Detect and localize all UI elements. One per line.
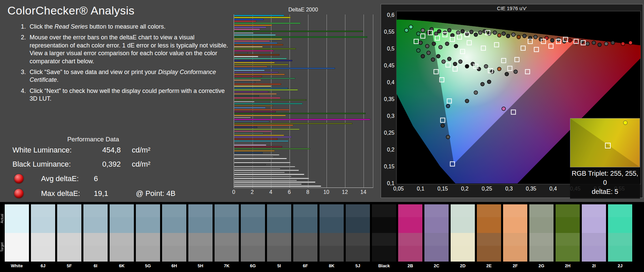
deltae-bar[interactable] xyxy=(234,162,291,163)
deltae-bar[interactable] xyxy=(234,38,282,40)
deltae-bar[interactable] xyxy=(234,95,259,97)
deltae-bar[interactable] xyxy=(234,117,251,118)
deltae-x-axis: 02468101214 xyxy=(234,189,373,196)
deltae-bar[interactable] xyxy=(234,107,266,108)
deltae-bar[interactable] xyxy=(234,36,367,38)
deltae-bar[interactable] xyxy=(234,89,298,91)
deltae-bar[interactable] xyxy=(234,70,265,71)
deltae-bar[interactable] xyxy=(234,172,285,173)
deltae-bar[interactable] xyxy=(234,79,261,81)
deltae-bar[interactable] xyxy=(234,158,287,159)
deltae-bar[interactable] xyxy=(234,74,285,75)
deltae-bar[interactable] xyxy=(234,121,269,122)
deltae-bar[interactable] xyxy=(234,68,335,69)
deltae-bar[interactable] xyxy=(234,32,254,34)
deltae-bar[interactable] xyxy=(234,25,272,26)
deltae-bar[interactable] xyxy=(234,21,256,22)
deltae-bar[interactable] xyxy=(234,103,303,104)
deltae-bar[interactable] xyxy=(234,64,289,65)
deltae-bar[interactable] xyxy=(234,183,302,185)
deltae-bar[interactable] xyxy=(234,66,267,67)
deltae-bar[interactable] xyxy=(234,146,282,147)
patch-label: 6F xyxy=(293,263,317,268)
deltae-bar[interactable] xyxy=(234,131,272,132)
deltae-bar[interactable] xyxy=(234,109,290,110)
patch-label: 6G xyxy=(241,263,265,268)
comparator-column: 2G xyxy=(529,204,554,268)
deltae-bar[interactable] xyxy=(234,76,262,77)
deltae-bar[interactable] xyxy=(234,40,270,42)
deltae-bar[interactable] xyxy=(234,113,366,114)
deltae-bar[interactable] xyxy=(234,152,263,154)
cie-y-tick-label: 0,4 xyxy=(382,79,394,86)
deltae-bar[interactable] xyxy=(234,170,299,171)
deltae-bar[interactable] xyxy=(234,176,292,177)
target-patch xyxy=(556,233,580,262)
deltae-bar[interactable] xyxy=(234,60,292,61)
deltae-bar[interactable] xyxy=(234,58,287,59)
deltae-bar[interactable] xyxy=(234,136,292,138)
deltae-bar[interactable] xyxy=(234,148,310,149)
deltae-bar[interactable] xyxy=(234,97,280,99)
deltae-bar[interactable] xyxy=(234,23,301,24)
deltae-bar[interactable] xyxy=(234,15,284,16)
deltae-bar[interactable] xyxy=(234,140,289,142)
delta-rows: Avg deltaE:6Max deltaE:19,1@ Point: 4B xyxy=(7,171,216,201)
deltae-bar[interactable] xyxy=(234,166,295,167)
deltae-bar[interactable] xyxy=(234,101,255,102)
deltae-bar[interactable] xyxy=(234,27,266,28)
deltae-bar[interactable] xyxy=(234,142,253,144)
actual-patch xyxy=(319,204,344,233)
deltae-bar[interactable] xyxy=(234,93,277,95)
deltae-bar[interactable] xyxy=(234,62,275,63)
deltae-bar[interactable] xyxy=(234,154,279,156)
deltae-bar[interactable] xyxy=(234,88,288,89)
comparator-column: 2I xyxy=(582,204,606,268)
deltae-bar[interactable] xyxy=(234,115,286,116)
deltae-bar[interactable] xyxy=(234,156,274,158)
deltae-bar[interactable] xyxy=(234,72,278,73)
deltae-bar[interactable] xyxy=(234,174,304,175)
deltae-bar[interactable] xyxy=(234,78,295,79)
deltae-bar[interactable] xyxy=(234,34,276,36)
deltae-bar[interactable] xyxy=(234,46,263,47)
deltae-bar[interactable] xyxy=(234,144,266,146)
deltae-bar[interactable] xyxy=(234,56,258,57)
deltae-bar[interactable] xyxy=(234,138,277,140)
deltae-bar[interactable] xyxy=(234,83,281,85)
deltae-bar[interactable] xyxy=(234,119,370,120)
deltae-bar[interactable] xyxy=(234,160,270,161)
deltae-plot[interactable] xyxy=(234,14,373,188)
deltae-bar[interactable] xyxy=(234,178,309,179)
deltae-bar[interactable] xyxy=(234,99,306,101)
deltae-bar[interactable] xyxy=(234,48,296,49)
deltae-bar[interactable] xyxy=(234,52,248,54)
deltae-bar[interactable] xyxy=(234,135,284,136)
deltae-bar[interactable] xyxy=(234,123,352,124)
deltae-bar[interactable] xyxy=(234,17,291,18)
deltae-bar[interactable] xyxy=(234,164,266,165)
deltae-bar[interactable] xyxy=(234,111,276,112)
deltae-bar[interactable] xyxy=(234,42,277,44)
deltae-bar[interactable] xyxy=(234,127,257,128)
deltae-bar[interactable] xyxy=(234,50,274,52)
deltae-bar[interactable] xyxy=(234,129,300,130)
deltae-bar[interactable] xyxy=(234,54,279,56)
comparator-column: 8K xyxy=(319,204,344,268)
deltae-bar[interactable] xyxy=(234,125,293,126)
deltae-bar[interactable] xyxy=(234,44,283,45)
deltae-bar[interactable] xyxy=(234,105,273,106)
deltae-bar[interactable] xyxy=(234,180,297,181)
deltae-bar[interactable] xyxy=(234,29,260,30)
deltae-bar[interactable] xyxy=(234,81,255,83)
deltae-bar[interactable] xyxy=(234,31,363,32)
deltae-bar[interactable] xyxy=(234,185,321,187)
deltae-bar[interactable] xyxy=(234,168,280,169)
deltae-bar[interactable] xyxy=(234,86,271,87)
deltae-bar[interactable] xyxy=(234,91,268,93)
deltae-bar[interactable] xyxy=(234,19,264,20)
deltae-bar[interactable] xyxy=(234,133,264,134)
deltae-bar[interactable] xyxy=(234,181,315,183)
deltae-bar[interactable] xyxy=(234,150,275,151)
cie-target-point xyxy=(451,34,454,37)
